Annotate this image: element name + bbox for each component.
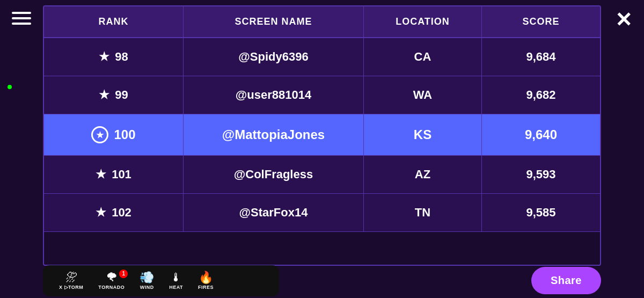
- score-value: 9,640: [525, 127, 557, 142]
- table-row: ★ 98 @Spidy6396 CA 9,684: [44, 38, 600, 76]
- header-rank: RANK: [44, 6, 184, 37]
- cell-rank: ★ 98: [44, 38, 184, 76]
- star-icon: ★: [96, 206, 106, 220]
- green-dot: [8, 85, 12, 89]
- rank-value: 99: [115, 88, 128, 102]
- score-value: 9,593: [526, 168, 555, 181]
- weather-badge: 1: [119, 270, 128, 278]
- cell-screen-name: @user881014: [184, 76, 364, 114]
- weather-icon: ⛈: [65, 272, 77, 284]
- cell-rank: ★ 102: [44, 194, 184, 231]
- weather-item-wind[interactable]: 💨 WIND: [132, 270, 162, 292]
- weather-icon: 🔥: [199, 272, 213, 284]
- header-score: SCORE: [482, 6, 600, 37]
- weather-bar: ⛈ X ▷TORM 🌪 TORNADO 1 💨 WIND 🌡 HEAT 🔥 FI…: [43, 265, 279, 296]
- screen-name-value: @MattopiaJones: [222, 127, 325, 142]
- share-button[interactable]: Share: [531, 267, 601, 294]
- table-row: ★ 102 @StarFox14 TN 9,585: [44, 194, 600, 232]
- score-value: 9,684: [526, 50, 555, 64]
- cell-score: 9,640: [482, 114, 600, 155]
- cell-rank: ★ 99: [44, 76, 184, 114]
- table-header: RANK SCREEN NAME LOCATION SCORE: [44, 6, 600, 38]
- rank-value: 98: [115, 50, 128, 64]
- star-icon: ★: [99, 50, 109, 64]
- cell-screen-name: @StarFox14: [184, 194, 364, 231]
- weather-icon: 💨: [140, 272, 154, 284]
- rank-value: 101: [112, 168, 131, 181]
- weather-item-x▷torm[interactable]: ⛈ X ▷TORM: [52, 270, 91, 292]
- cell-location: TN: [364, 194, 482, 231]
- weather-label: TORNADO: [98, 285, 125, 290]
- location-value: AZ: [415, 168, 430, 181]
- weather-label: HEAT: [169, 285, 183, 290]
- weather-label: FIRES: [198, 285, 214, 290]
- cell-location: WA: [364, 76, 482, 114]
- cell-location: KS: [364, 114, 482, 155]
- table-body: ★ 98 @Spidy6396 CA 9,684 ★ 99 @user88101…: [44, 38, 600, 232]
- table-row: ★ 100 @MattopiaJones KS 9,640: [44, 114, 600, 156]
- weather-item-heat[interactable]: 🌡 HEAT: [162, 270, 191, 292]
- weather-icon: 🌪: [106, 272, 118, 284]
- weather-icon: 🌡: [170, 272, 182, 284]
- cell-score: 9,585: [482, 194, 600, 231]
- table-row: ★ 101 @ColFragless AZ 9,593: [44, 156, 600, 194]
- bottom-bar: ⛈ X ▷TORM 🌪 TORNADO 1 💨 WIND 🌡 HEAT 🔥 FI…: [43, 263, 601, 298]
- location-value: WA: [413, 88, 432, 102]
- screen-name-value: @Spidy6396: [238, 50, 308, 64]
- weather-label: X ▷TORM: [59, 285, 83, 290]
- cell-score: 9,682: [482, 76, 600, 114]
- header-screen-name: SCREEN NAME: [184, 6, 364, 37]
- cell-location: CA: [364, 38, 482, 76]
- hamburger-menu[interactable]: [12, 12, 31, 25]
- location-value: CA: [414, 50, 431, 64]
- rank-value: 102: [112, 206, 131, 220]
- screen-name-value: @StarFox14: [239, 206, 308, 220]
- screen-name-value: @user881014: [236, 88, 311, 102]
- cell-location: AZ: [364, 156, 482, 193]
- rank-value: 100: [114, 127, 135, 142]
- location-value: TN: [415, 206, 430, 220]
- cell-score: 9,593: [482, 156, 600, 193]
- star-icon: ★: [99, 88, 109, 102]
- star-circle-icon: ★: [91, 126, 108, 143]
- cell-score: 9,684: [482, 38, 600, 76]
- leaderboard-table: RANK SCREEN NAME LOCATION SCORE ★ 98 @Sp…: [43, 5, 601, 266]
- star-icon: ★: [96, 168, 106, 181]
- screen-name-value: @ColFragless: [234, 168, 313, 181]
- weather-item-tornado[interactable]: 🌪 TORNADO 1: [91, 270, 132, 292]
- close-button[interactable]: ✕: [615, 10, 632, 30]
- location-value: KS: [414, 127, 431, 142]
- header-location: LOCATION: [364, 6, 482, 37]
- cell-screen-name: @Spidy6396: [184, 38, 364, 76]
- score-value: 9,585: [526, 206, 555, 220]
- cell-screen-name: @MattopiaJones: [184, 114, 364, 155]
- weather-item-fires[interactable]: 🔥 FIRES: [191, 270, 221, 292]
- cell-screen-name: @ColFragless: [184, 156, 364, 193]
- weather-label: WIND: [140, 285, 154, 290]
- cell-rank: ★ 100: [44, 114, 184, 155]
- table-row: ★ 99 @user881014 WA 9,682: [44, 76, 600, 114]
- cell-rank: ★ 101: [44, 156, 184, 193]
- score-value: 9,682: [526, 88, 555, 102]
